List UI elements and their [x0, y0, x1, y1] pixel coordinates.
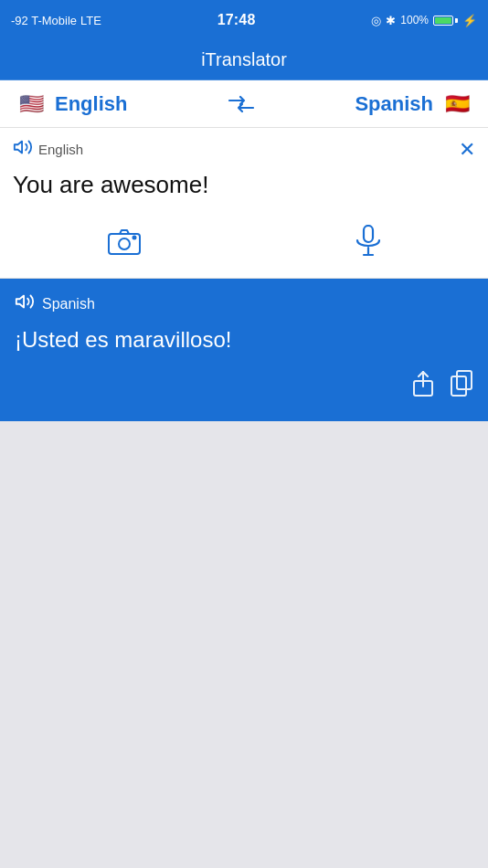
input-speaker-icon[interactable]	[13, 137, 33, 162]
copy-button[interactable]	[450, 370, 473, 403]
carrier-info: -92 T-Mobile LTE	[11, 14, 101, 27]
input-area: English ✕ You are awesome!	[0, 128, 488, 212]
svg-rect-10	[451, 376, 466, 396]
empty-area	[0, 421, 488, 868]
microphone-button[interactable]	[355, 225, 381, 261]
source-lang-label: English	[55, 92, 127, 116]
battery-percent: 100%	[400, 14, 429, 26]
input-lang-label: English	[38, 142, 83, 157]
svg-point-2	[119, 238, 130, 249]
result-area: Spanish ¡Usted es maravilloso!	[0, 279, 488, 421]
status-time: 17:48	[217, 12, 256, 28]
swap-icon	[228, 95, 255, 113]
camera-button[interactable]	[108, 228, 141, 259]
svg-marker-7	[16, 296, 24, 308]
result-actions-row	[15, 370, 473, 403]
clear-input-button[interactable]: ✕	[459, 138, 475, 162]
svg-point-3	[133, 237, 135, 239]
svg-rect-9	[457, 371, 472, 389]
app-title: iTranslator	[201, 49, 287, 70]
input-text-display[interactable]: You are awesome!	[13, 167, 475, 203]
svg-marker-0	[15, 142, 22, 153]
result-lang-row: Spanish	[15, 291, 473, 316]
result-speaker-icon[interactable]	[15, 291, 35, 316]
bluetooth-icon: ✱	[386, 14, 396, 27]
status-bar: -92 T-Mobile LTE 17:48 ◎ ✱ 100% ⚡	[0, 0, 488, 40]
share-button[interactable]	[411, 370, 435, 403]
source-language-button[interactable]: 🇺🇸 English	[15, 88, 127, 121]
source-flag: 🇺🇸	[15, 88, 48, 121]
title-bar: iTranslator	[0, 40, 488, 80]
status-right-group: ◎ ✱ 100% ⚡	[371, 14, 477, 27]
input-top-row: English ✕	[13, 137, 475, 162]
target-language-button[interactable]: Spanish 🇪🇸	[355, 88, 473, 121]
charging-icon: ⚡	[462, 14, 477, 27]
battery-icon	[433, 16, 458, 26]
result-translated-text: ¡Usted es maravilloso!	[15, 325, 473, 354]
svg-rect-4	[364, 226, 373, 242]
network-type: LTE	[80, 14, 101, 27]
swap-languages-button[interactable]	[228, 95, 255, 113]
target-flag: 🇪🇸	[440, 88, 473, 121]
result-lang-label: Spanish	[42, 296, 95, 312]
language-selector-row: 🇺🇸 English Spanish 🇪🇸	[0, 80, 488, 128]
location-icon: ◎	[371, 14, 381, 27]
input-speaker-row: English	[13, 137, 83, 162]
target-lang-label: Spanish	[355, 92, 433, 116]
carrier-text: -92 T-Mobile	[11, 14, 77, 27]
action-row	[0, 212, 488, 279]
